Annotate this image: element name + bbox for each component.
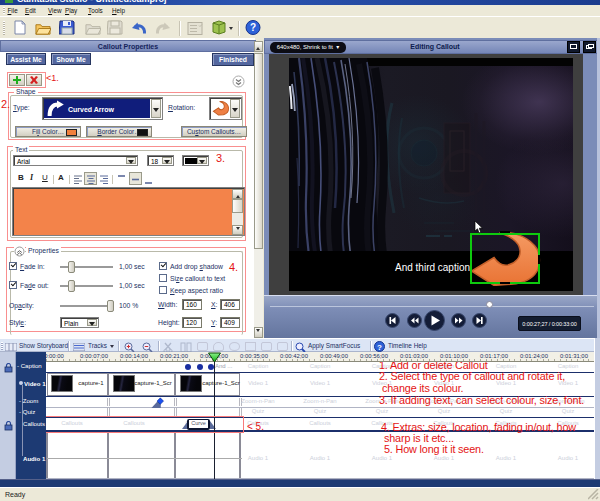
svg-text:?: ? [250, 22, 256, 33]
svg-text:?: ? [377, 343, 382, 352]
